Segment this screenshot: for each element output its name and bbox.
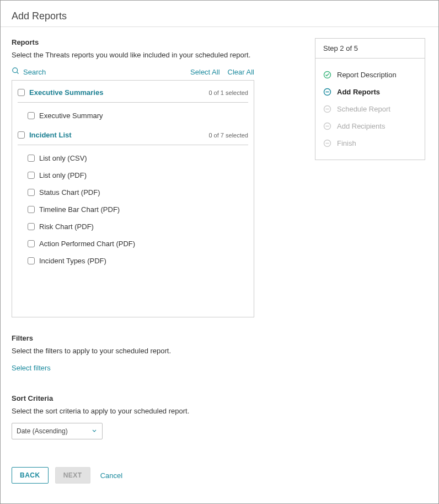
wizard-page: Add Reports Reports Select the Threats r… (0, 0, 439, 504)
sort-description: Select the sort criteria to apply to you… (12, 407, 427, 415)
steps-panel: Step 2 of 5 Report Description (315, 38, 425, 160)
item-label: Timeline Bar Chart (PDF) (39, 205, 120, 214)
pending-step-icon (323, 105, 331, 113)
step-label: Add Recipients (337, 122, 385, 130)
item-checkbox[interactable] (28, 206, 35, 213)
reports-description: Select the Threats reports you would lik… (12, 51, 304, 59)
item-label: Action Performed Chart (PDF) (39, 240, 135, 248)
item-label: Incident Types (PDF) (39, 257, 106, 265)
svg-point-0 (13, 68, 18, 73)
step-label: Finish (337, 139, 356, 147)
item-checkbox[interactable] (28, 223, 35, 230)
step-label: Schedule Report (337, 105, 390, 113)
group-title[interactable]: Incident List (29, 131, 72, 139)
group-header: Executive Summaries 0 of 1 selected (18, 86, 248, 103)
reports-list-box: Executive Summaries 0 of 1 selected Exec… (12, 80, 254, 317)
pending-step-icon (323, 139, 331, 147)
page-header: Add Reports (1, 1, 438, 27)
report-group: Executive Summaries 0 of 1 selected Exec… (18, 86, 248, 124)
item-checkbox[interactable] (28, 189, 35, 196)
cancel-link[interactable]: Cancel (97, 471, 122, 480)
steps-column: Step 2 of 5 Report Description (315, 38, 425, 317)
item-checkbox[interactable] (28, 155, 35, 162)
steps-header: Step 2 of 5 (315, 39, 425, 59)
check-circle-icon (323, 71, 331, 79)
group-selected-count: 0 of 1 selected (208, 89, 248, 96)
report-item: List only (CSV) (18, 150, 248, 167)
select-filters-link[interactable]: Select filters (12, 364, 51, 372)
reports-toolbar: Search Select All Clear All (12, 67, 254, 77)
select-all-link[interactable]: Select All (190, 68, 220, 76)
report-item: List only (PDF) (18, 167, 248, 184)
item-checkbox[interactable] (28, 112, 35, 119)
report-item: Executive Summary (18, 107, 248, 124)
step-label: Add Reports (337, 88, 380, 96)
pending-step-icon (323, 122, 331, 130)
back-button[interactable]: BACK (12, 467, 49, 484)
search-button[interactable]: Search (12, 67, 46, 77)
group-selected-count: 0 of 7 selected (208, 132, 248, 139)
filters-description: Select the filters to apply to your sche… (12, 347, 427, 355)
report-item: Incident Types (PDF) (18, 252, 248, 269)
step-add-recipients: Add Recipients (323, 118, 417, 135)
item-label: List only (CSV) (39, 154, 87, 162)
search-label: Search (23, 68, 46, 76)
item-checkbox[interactable] (28, 172, 35, 179)
chevron-down-icon (91, 427, 98, 436)
item-label: Executive Summary (39, 112, 103, 120)
back-label: BACK (20, 471, 40, 479)
item-label: List only (PDF) (39, 171, 87, 179)
next-label: NEXT (63, 471, 82, 479)
wizard-buttons: BACK NEXT Cancel (1, 439, 438, 484)
group-checkbox[interactable] (18, 131, 25, 139)
toolbar-links: Select All Clear All (190, 68, 254, 76)
next-button: NEXT (55, 467, 90, 484)
clear-all-link[interactable]: Clear All (228, 68, 254, 76)
lower-sections: Filters Select the filters to apply to y… (1, 317, 438, 439)
group-title[interactable]: Executive Summaries (29, 88, 103, 97)
step-label: Report Description (337, 71, 397, 79)
report-group: Incident List 0 of 7 selected List only … (18, 129, 248, 269)
sort-selected-value: Date (Ascending) (17, 427, 68, 435)
step-schedule-report: Schedule Report (323, 100, 417, 118)
item-label: Risk Chart (PDF) (39, 222, 94, 231)
report-item: Status Chart (PDF) (18, 184, 248, 201)
filters-heading: Filters (12, 334, 427, 342)
page-title: Add Reports (12, 10, 427, 22)
report-item: Risk Chart (PDF) (18, 218, 248, 235)
reports-column: Reports Select the Threats reports you w… (12, 38, 304, 317)
item-checkbox[interactable] (28, 257, 35, 264)
svg-line-1 (17, 72, 18, 73)
report-item: Timeline Bar Chart (PDF) (18, 201, 248, 218)
step-report-description[interactable]: Report Description (323, 66, 417, 83)
group-checkbox[interactable] (18, 89, 25, 96)
step-add-reports[interactable]: Add Reports (323, 83, 417, 100)
reports-heading: Reports (12, 38, 304, 46)
sort-heading: Sort Criteria (12, 394, 427, 402)
steps-list: Report Description Add Reports (315, 59, 425, 160)
step-finish: Finish (323, 135, 417, 152)
current-step-icon (323, 88, 331, 96)
item-label: Status Chart (PDF) (39, 188, 100, 197)
item-checkbox[interactable] (28, 240, 35, 247)
sort-select[interactable]: Date (Ascending) (12, 423, 103, 439)
search-icon (12, 67, 20, 77)
report-item: Action Performed Chart (PDF) (18, 235, 248, 252)
group-header: Incident List 0 of 7 selected (18, 129, 248, 145)
